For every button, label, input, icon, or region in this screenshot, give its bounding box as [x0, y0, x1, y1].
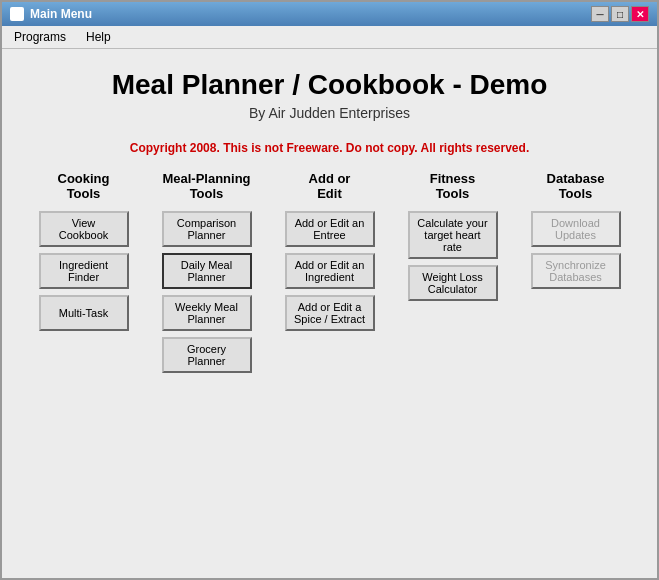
weekly-meal-planner-button[interactable]: Weekly MealPlanner — [162, 295, 252, 331]
target-heart-rate-button[interactable]: Calculate yourtarget heartrate — [408, 211, 498, 259]
copyright-text: Copyright 2008. This is not Freeware. Do… — [130, 141, 529, 155]
column-database-tools: DatabaseTools DownloadUpdates Synchroniz… — [526, 171, 626, 289]
column-meal-planning-tools: Meal-PlanningTools ComparisonPlanner Dai… — [157, 171, 257, 373]
add-edit-entree-button[interactable]: Add or Edit anEntree — [285, 211, 375, 247]
window-title: Main Menu — [30, 7, 92, 21]
columns-container: CookingTools ViewCookbook IngredientFind… — [22, 171, 637, 373]
title-bar: Main Menu ─ □ ✕ — [2, 2, 657, 26]
add-edit-ingredient-button[interactable]: Add or Edit anIngredient — [285, 253, 375, 289]
app-title: Meal Planner / Cookbook - Demo — [112, 69, 548, 101]
add-or-edit-header: Add orEdit — [309, 171, 351, 201]
close-button[interactable]: ✕ — [631, 6, 649, 22]
maximize-button[interactable]: □ — [611, 6, 629, 22]
column-fitness-tools: FitnessTools Calculate yourtarget heartr… — [403, 171, 503, 301]
ingredient-finder-button[interactable]: IngredientFinder — [39, 253, 129, 289]
add-edit-spice-button[interactable]: Add or Edit aSpice / Extract — [285, 295, 375, 331]
fitness-tools-header: FitnessTools — [430, 171, 476, 201]
grocery-planner-button[interactable]: GroceryPlanner — [162, 337, 252, 373]
cooking-tools-header: CookingTools — [58, 171, 110, 201]
database-tools-header: DatabaseTools — [547, 171, 605, 201]
main-content: Meal Planner / Cookbook - Demo By Air Ju… — [2, 49, 657, 578]
app-subtitle: By Air Judden Enterprises — [249, 105, 410, 121]
weight-loss-calculator-button[interactable]: Weight LossCalculator — [408, 265, 498, 301]
main-window: Main Menu ─ □ ✕ Programs Help Meal Plann… — [0, 0, 659, 580]
column-cooking-tools: CookingTools ViewCookbook IngredientFind… — [34, 171, 134, 331]
menu-bar: Programs Help — [2, 26, 657, 49]
view-cookbook-button[interactable]: ViewCookbook — [39, 211, 129, 247]
comparison-planner-button[interactable]: ComparisonPlanner — [162, 211, 252, 247]
download-updates-button[interactable]: DownloadUpdates — [531, 211, 621, 247]
meal-planning-tools-header: Meal-PlanningTools — [162, 171, 250, 201]
window-icon — [10, 7, 24, 21]
minimize-button[interactable]: ─ — [591, 6, 609, 22]
menu-programs[interactable]: Programs — [6, 28, 74, 46]
multi-task-button[interactable]: Multi-Task — [39, 295, 129, 331]
title-bar-controls: ─ □ ✕ — [591, 6, 649, 22]
synchronize-databases-button[interactable]: SynchronizeDatabases — [531, 253, 621, 289]
column-add-or-edit: Add orEdit Add or Edit anEntree Add or E… — [280, 171, 380, 331]
daily-meal-planner-button[interactable]: Daily MealPlanner — [162, 253, 252, 289]
menu-help[interactable]: Help — [78, 28, 119, 46]
